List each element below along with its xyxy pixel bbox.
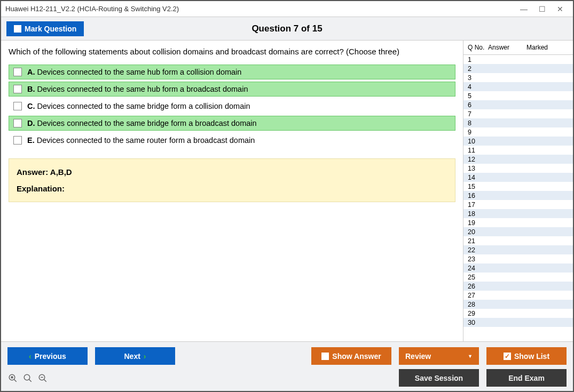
- question-pane: Which of the following statements about …: [1, 41, 463, 341]
- question-list-row[interactable]: 10: [463, 137, 573, 146]
- question-list-row[interactable]: 15: [463, 182, 573, 191]
- option-E[interactable]: E. Devices connected to the same router …: [9, 133, 455, 148]
- main-area: Which of the following statements about …: [1, 41, 573, 341]
- question-list-row[interactable]: 9: [463, 127, 573, 137]
- question-list-row[interactable]: 29: [463, 309, 573, 318]
- review-button[interactable]: Review ▼: [399, 347, 479, 365]
- zoom-reset-icon[interactable]: [7, 373, 18, 383]
- question-list-row[interactable]: 13: [463, 164, 573, 173]
- question-list-row[interactable]: 24: [463, 263, 573, 273]
- checkbox-icon: [13, 85, 22, 93]
- option-D[interactable]: D. Devices connected to the same bridge …: [9, 116, 455, 131]
- question-text: Which of the following statements about …: [9, 47, 455, 56]
- question-list-row[interactable]: 14: [463, 173, 573, 182]
- chevron-down-icon: ▼: [468, 354, 473, 359]
- question-list-row[interactable]: 22: [463, 245, 573, 254]
- question-list-row[interactable]: 4: [463, 82, 573, 91]
- question-list-row[interactable]: 30: [463, 318, 573, 327]
- footer-bar: ‹ Previous Next › Show Answer Review ▼ ✓…: [1, 341, 573, 391]
- question-list-row[interactable]: 19: [463, 218, 573, 227]
- show-answer-button[interactable]: Show Answer: [311, 347, 391, 365]
- question-list-row[interactable]: 5: [463, 91, 573, 100]
- question-list-row[interactable]: 3: [463, 73, 573, 82]
- answer-box: Answer: A,B,D Explanation:: [9, 158, 455, 202]
- answer-line: Answer: A,B,D: [17, 167, 447, 177]
- question-list-row[interactable]: 25: [463, 273, 573, 282]
- question-list-header: Q No. Answer Marked: [463, 41, 573, 55]
- chevron-right-icon: ›: [144, 352, 146, 361]
- titlebar: Huawei H12-211_V2.2 (HCIA-Routing & Swit…: [1, 1, 573, 17]
- footer-row-1: ‹ Previous Next › Show Answer Review ▼ ✓…: [7, 347, 567, 365]
- close-icon[interactable]: ✕: [556, 5, 564, 13]
- option-B[interactable]: B. Devices connected to the same hub for…: [9, 82, 455, 97]
- mark-question-button[interactable]: Mark Question: [6, 21, 84, 36]
- question-list-row[interactable]: 7: [463, 109, 573, 118]
- question-list-row[interactable]: 27: [463, 291, 573, 300]
- question-list-row[interactable]: 26: [463, 282, 573, 291]
- option-C[interactable]: C. Devices connected to the same bridge …: [9, 99, 455, 114]
- app-window: Huawei H12-211_V2.2 (HCIA-Routing & Swit…: [0, 0, 574, 392]
- minimize-icon[interactable]: —: [520, 5, 528, 13]
- question-list-row[interactable]: 23: [463, 254, 573, 263]
- question-list-row[interactable]: 17: [463, 200, 573, 209]
- svg-line-6: [44, 379, 46, 382]
- checkbox-icon: [13, 119, 22, 127]
- zoom-out-icon[interactable]: [37, 373, 48, 383]
- question-list-row[interactable]: 28: [463, 300, 573, 309]
- question-list-row[interactable]: 16: [463, 191, 573, 200]
- window-controls: — ☐ ✕: [520, 5, 569, 13]
- question-list-body[interactable]: 1234567891011121314151617181920212223242…: [463, 55, 573, 341]
- checkbox-icon: [13, 136, 22, 145]
- save-session-button[interactable]: Save Session: [399, 369, 479, 387]
- end-exam-button[interactable]: End Exam: [486, 369, 567, 387]
- footer-row-2: Save Session End Exam: [7, 369, 567, 387]
- question-list-row[interactable]: 8: [463, 118, 573, 127]
- svg-line-4: [29, 379, 32, 382]
- header-bar: Mark Question Question 7 of 15: [1, 17, 573, 41]
- window-title: Huawei H12-211_V2.2 (HCIA-Routing & Swit…: [5, 5, 520, 13]
- show-list-button[interactable]: ✓ Show List: [486, 347, 567, 365]
- mark-question-label: Mark Question: [25, 25, 76, 33]
- explanation-label: Explanation:: [17, 184, 447, 193]
- question-list-row[interactable]: 12: [463, 155, 573, 164]
- col-marked: Marked: [526, 44, 571, 51]
- previous-button[interactable]: ‹ Previous: [7, 347, 88, 365]
- checkbox-icon: [13, 68, 22, 76]
- svg-line-1: [14, 379, 17, 382]
- maximize-icon[interactable]: ☐: [538, 5, 546, 13]
- question-list-pane: Q No. Answer Marked 12345678910111213141…: [463, 41, 573, 341]
- col-qno: Q No.: [466, 44, 488, 51]
- option-A[interactable]: A. Devices connected to the same hub for…: [9, 65, 455, 79]
- question-list-row[interactable]: 21: [463, 236, 573, 245]
- next-button[interactable]: Next ›: [95, 347, 175, 365]
- question-list-row[interactable]: 11: [463, 146, 573, 155]
- chevron-left-icon: ‹: [29, 352, 32, 361]
- checkbox-icon: [321, 353, 329, 360]
- options-list: A. Devices connected to the same hub for…: [9, 65, 455, 148]
- question-list-row[interactable]: 20: [463, 227, 573, 236]
- question-counter: Question 7 of 15: [251, 23, 322, 34]
- question-list-row[interactable]: 1: [463, 55, 573, 64]
- checkbox-checked-icon: ✓: [504, 353, 511, 360]
- checkbox-icon: [14, 25, 21, 33]
- svg-point-2: [11, 377, 13, 378]
- question-list-row[interactable]: 18: [463, 209, 573, 218]
- svg-point-3: [24, 374, 30, 380]
- question-list-row[interactable]: 6: [463, 100, 573, 109]
- checkbox-icon: [13, 102, 22, 110]
- zoom-in-icon[interactable]: [22, 373, 33, 383]
- col-answer: Answer: [488, 44, 526, 51]
- question-list-row[interactable]: 2: [463, 64, 573, 73]
